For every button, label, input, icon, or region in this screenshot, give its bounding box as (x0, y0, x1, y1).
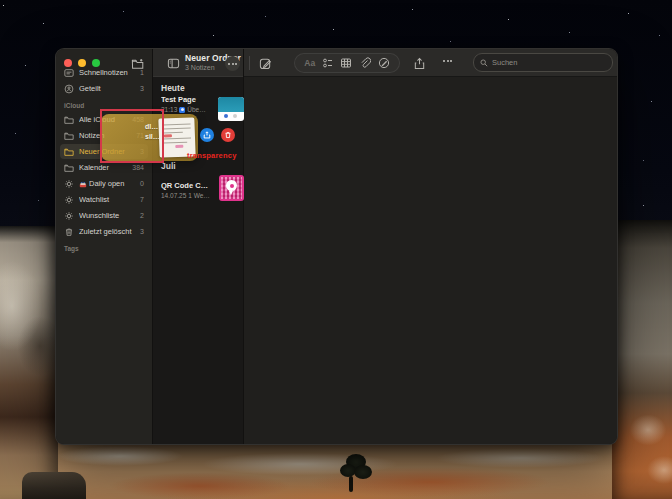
folder-icon (64, 114, 75, 125)
search-icon (480, 59, 488, 67)
compose-icon[interactable] (258, 56, 273, 70)
editor-toolbar: Aa (244, 49, 617, 77)
checklist-icon[interactable] (322, 57, 334, 69)
sidebar-item-wunschliste[interactable]: Wunschliste 2 (60, 208, 148, 223)
text-format-button[interactable]: Aa (304, 58, 315, 68)
folder-icon (64, 146, 75, 157)
rock-formation-right (612, 220, 672, 499)
sidebar-toggle-icon[interactable] (166, 56, 181, 70)
more-options-icon[interactable] (443, 60, 452, 62)
annotation-label: transparency (187, 151, 237, 160)
rock-bottom-left (22, 472, 86, 499)
table-icon[interactable] (340, 57, 352, 69)
list-toolbar: Neuer Ordner 3 Notizen (153, 49, 243, 77)
note-date: 14.07.25 (161, 192, 186, 199)
format-button-group: Aa (294, 53, 400, 73)
smart-folder-gear-icon (64, 194, 75, 205)
birthday-cake-icon (79, 180, 87, 188)
attachment-paperclip-icon[interactable] (359, 57, 371, 69)
note-title: Test Page (161, 95, 207, 104)
notes-list-column: Neuer Ordner 3 Notizen Heute Test Page 2… (153, 49, 244, 444)
trash-icon (64, 226, 75, 237)
smart-folder-gear-icon (64, 178, 75, 189)
shared-person-icon (64, 83, 75, 94)
note-snippet: 1 We… (188, 192, 210, 199)
desert-streaks (0, 438, 672, 499)
toolbar-separator (249, 56, 250, 70)
sidebar-item-schnellnotizen[interactable]: Schnellnotizen 1 (60, 65, 148, 80)
smart-folder-gear-icon (64, 210, 75, 221)
folder-icon (64, 130, 75, 141)
note-row-qr-code[interactable]: QR Code C… 14.07.25 1 We… (161, 175, 244, 205)
note-title: QR Code C… (161, 181, 211, 190)
sidebar-item-geteilt[interactable]: Geteilt 3 (60, 81, 148, 96)
delete-action-button[interactable] (221, 128, 235, 142)
folder-icon (64, 162, 75, 173)
note-snippet: Übe… (187, 106, 205, 113)
rock-formation-left (0, 226, 58, 499)
sidebar-item-count: 1 (140, 69, 144, 76)
sidebar-item-label: Geteilt (79, 84, 138, 93)
stars (3, 5, 4, 6)
desert-bush (340, 452, 374, 494)
link-favicon-icon (179, 107, 185, 113)
annotation-rectangle (100, 109, 164, 163)
notes-group-header-heute: Heute (161, 83, 185, 93)
quick-note-icon (64, 67, 75, 78)
sidebar-item-count: 3 (140, 85, 144, 92)
share-action-button[interactable] (200, 128, 214, 142)
sidebar-item-zuletzt-geloescht[interactable]: Zuletzt gelöscht 3 (60, 224, 148, 239)
note-thumbnail-webpage (218, 97, 244, 121)
sidebar-item-daily-open[interactable]: Daily open 0 (60, 176, 148, 191)
search-input[interactable] (492, 58, 606, 67)
notes-window: Schnellnotizen 1 Geteilt 3 iCloud Alle i… (55, 48, 618, 445)
sidebar-section-tags: Tags (60, 240, 148, 255)
folder-more-button[interactable] (225, 56, 240, 71)
markup-pen-icon[interactable] (378, 57, 390, 69)
note-editor-area[interactable]: Aa (244, 49, 617, 444)
share-icon[interactable] (412, 56, 427, 70)
search-field[interactable] (473, 53, 613, 72)
sidebar-item-watchlist[interactable]: Watchlist 7 (60, 192, 148, 207)
sidebar-item-label: Schnellnotizen (79, 68, 138, 77)
note-thumbnail-qr-code (219, 175, 244, 201)
